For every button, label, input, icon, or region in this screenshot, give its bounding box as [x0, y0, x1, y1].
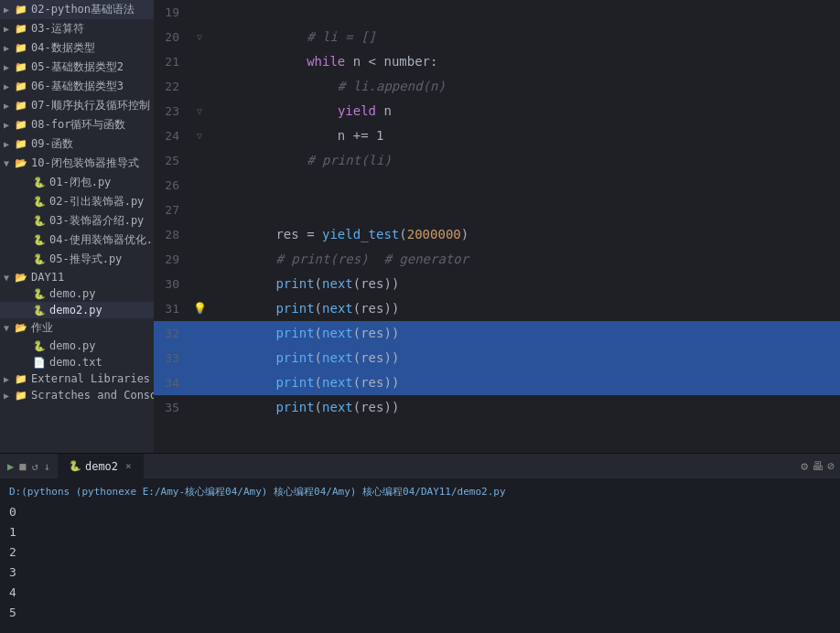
- fold-icon[interactable]: ▽: [197, 123, 202, 148]
- line-code[interactable]: n += 1: [209, 99, 840, 123]
- line-code[interactable]: print(next(res)): [209, 370, 840, 395]
- sidebar-item-zuoye-demo[interactable]: 🐍 demo.py: [0, 338, 154, 354]
- folder-icon: 📁: [15, 42, 27, 54]
- sidebar-item-04shuju[interactable]: ▶ 📁 04-数据类型: [0, 38, 154, 58]
- sidebar-item-external-libs[interactable]: ▶ 📁 External Libraries: [0, 370, 154, 387]
- sidebar-item-02python[interactable]: ▶ 📁 02-python基础语法: [0, 0, 154, 19]
- sidebar-item-04shiyong[interactable]: 🐍 04-使用装饰器优化.py: [0, 231, 154, 250]
- line-code[interactable]: print(next(res)): [209, 247, 840, 272]
- sidebar-item-01bibao[interactable]: 🐍 01-闭包.py: [0, 173, 154, 192]
- line-code[interactable]: # li = []: [209, 0, 840, 25]
- sidebar-item-03yunsuanfu[interactable]: ▶ 📁 03-运算符: [0, 19, 154, 38]
- sidebar-item-zuoye-txt[interactable]: 📄 demo.txt: [0, 354, 154, 370]
- fold-icon[interactable]: ▽: [197, 25, 202, 49]
- chevron-icon: ▼: [4, 273, 9, 283]
- sidebar-label: 10-闭包装饰器推导式: [31, 156, 139, 171]
- run-button[interactable]: ▶: [7, 460, 14, 473]
- sidebar-item-03zhuang[interactable]: 🐍 03-装饰器介绍.py: [0, 211, 154, 231]
- line-number: 26: [154, 173, 190, 198]
- clear-button[interactable]: ⊘: [827, 459, 835, 473]
- folder-icon: 📁: [15, 390, 27, 402]
- sidebar-label: 05-推导式.py: [49, 252, 122, 267]
- line-code[interactable]: # print(res) # generator: [209, 222, 840, 247]
- sidebar-label: External Libraries: [31, 372, 150, 385]
- line-code[interactable]: print(next(res)): [209, 346, 840, 370]
- sidebar-item-05jichu2[interactable]: ▶ 📁 05-基础数据类型2: [0, 58, 154, 77]
- editor-content[interactable]: 19 # li = [] 20 ▽ while n < number: 21 #…: [154, 0, 840, 453]
- code-line-32: 32 print(next(res)): [154, 321, 840, 346]
- line-gutter[interactable]: ▽: [190, 99, 209, 123]
- output-line-1: 1: [9, 522, 831, 542]
- line-gutter: [190, 198, 209, 222]
- code-line-19: 19 # li = []: [154, 0, 840, 25]
- file-icon: 🐍: [33, 253, 46, 265]
- close-tab-button[interactable]: ×: [125, 460, 132, 472]
- code-line-25: 25: [154, 148, 840, 173]
- code-line-22: 22 yield n: [154, 74, 840, 99]
- chevron-icon: ▶: [4, 24, 9, 34]
- line-gutter: [190, 222, 209, 247]
- sidebar-label: 02-引出装饰器.py: [49, 194, 144, 209]
- line-code[interactable]: # li.append(n): [209, 49, 840, 74]
- sidebar-label: Scratches and Consoles: [31, 389, 154, 402]
- sidebar-label: 04-使用装饰器优化.py: [49, 232, 154, 248]
- line-number: 27: [154, 198, 190, 222]
- chevron-icon: ▶: [4, 391, 9, 401]
- folder-icon: 📁: [15, 138, 27, 150]
- fold-icon[interactable]: ▽: [197, 99, 202, 123]
- sidebar-item-day11[interactable]: ▼ 📂 DAY11: [0, 269, 154, 285]
- line-code[interactable]: res = yield_test(2000000): [209, 198, 840, 222]
- line-gutter[interactable]: ▽: [190, 25, 209, 49]
- line-code[interactable]: [209, 395, 840, 420]
- folder-icon: 📁: [15, 119, 27, 131]
- line-gutter: [190, 247, 209, 272]
- line-code[interactable]: print(next(res)): [209, 296, 840, 321]
- file-icon: 🐍: [33, 340, 46, 352]
- sidebar-label: DAY11: [31, 271, 64, 284]
- file-icon: 🐍: [33, 288, 46, 300]
- line-gutter: [190, 74, 209, 99]
- sidebar-item-scratches[interactable]: ▶ 📁 Scratches and Consoles: [0, 387, 154, 403]
- terminal-path-line: D:(pythons (pythonexe E:/Amy-核心编程04/Amy)…: [9, 482, 831, 502]
- line-code[interactable]: print(next(res)): [209, 272, 840, 296]
- print-button[interactable]: 🖶: [812, 459, 824, 473]
- sidebar-item-09hanshu[interactable]: ▶ 📁 09-函数: [0, 134, 154, 154]
- chevron-icon: ▶: [4, 120, 9, 130]
- code-line-28: 28 # print(res) # generator: [154, 222, 840, 247]
- sidebar-item-10baozhuan[interactable]: ▼ 📂 10-闭包装饰器推导式: [0, 154, 154, 173]
- folder-icon: 📁: [15, 373, 27, 385]
- line-code[interactable]: # print(li): [209, 123, 840, 148]
- sidebar-item-demo2-py[interactable]: 🐍 demo2.py: [0, 302, 154, 318]
- file-icon-tab: 🐍: [69, 460, 81, 472]
- line-number: 29: [154, 247, 190, 272]
- stop-button[interactable]: ■: [19, 460, 26, 473]
- scroll-down-button[interactable]: ↓: [44, 460, 50, 473]
- sidebar-item-demo-py[interactable]: 🐍 demo.py: [0, 285, 154, 302]
- tab-demo2[interactable]: 🐍 demo2 ×: [58, 454, 144, 478]
- output-line-2: 2: [9, 542, 831, 563]
- chevron-icon: ▶: [4, 62, 9, 72]
- line-code[interactable]: while n < number:: [209, 25, 840, 49]
- line-code[interactable]: [209, 148, 840, 173]
- file-icon: 🐍: [33, 234, 46, 246]
- sidebar-item-08for[interactable]: ▶ 📁 08-for循环与函数: [0, 115, 154, 134]
- sidebar-item-07shunxu[interactable]: ▶ 📁 07-顺序执行及循环控制: [0, 96, 154, 115]
- line-gutter[interactable]: ▽: [190, 123, 209, 148]
- sidebar-item-zuoye[interactable]: ▼ 📂 作业: [0, 318, 154, 338]
- line-gutter: [190, 173, 209, 198]
- line-code[interactable]: [209, 173, 840, 198]
- settings-button[interactable]: ⚙: [801, 459, 808, 473]
- output-line-0: 0: [9, 502, 831, 522]
- line-code[interactable]: print(next(res)): [209, 321, 840, 346]
- sidebar-label: 07-顺序执行及循环控制: [31, 98, 150, 113]
- editor-area: 19 # li = [] 20 ▽ while n < number: 21 #…: [154, 0, 840, 453]
- rerun-button[interactable]: ↺: [31, 460, 38, 473]
- line-number: 31: [154, 296, 190, 321]
- chevron-icon: ▶: [4, 139, 9, 149]
- sidebar-item-02yinyong[interactable]: 🐍 02-引出装饰器.py: [0, 192, 154, 211]
- line-gutter: [190, 272, 209, 296]
- line-code[interactable]: yield n: [209, 74, 840, 99]
- line-gutter: 💡: [190, 296, 209, 321]
- sidebar-item-06jichu3[interactable]: ▶ 📁 06-基础数据类型3: [0, 77, 154, 96]
- sidebar-item-05tuiyou[interactable]: 🐍 05-推导式.py: [0, 250, 154, 269]
